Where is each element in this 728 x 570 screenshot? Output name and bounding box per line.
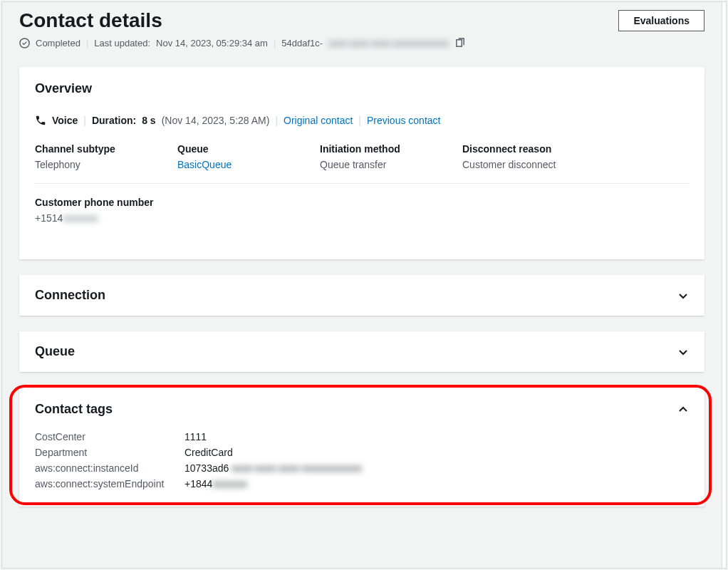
page-title: Contact details — [19, 9, 162, 32]
separator: | — [274, 38, 276, 48]
tag-key: Department — [35, 447, 184, 458]
last-updated-value: Nov 14, 2023, 05:29:34 am — [156, 38, 268, 48]
tag-value: 1111 — [184, 431, 689, 442]
customer-phone-field: Customer phone number +1514xxxxxxx — [35, 197, 689, 224]
contact-tags-title: Contact tags — [35, 402, 113, 417]
status-text: Completed — [36, 38, 80, 48]
disconnect-label: Disconnect reason — [462, 143, 689, 155]
queue-field: Queue BasicQueue — [177, 143, 320, 170]
initiation-value: Queue transfer — [320, 159, 462, 170]
contact-id-prefix: 54ddaf1c- — [281, 38, 323, 48]
tag-key: aws:connect:instanceId — [35, 462, 184, 474]
tag-key: CostCenter — [35, 431, 184, 442]
customer-phone-value: +1514xxxxxxx — [35, 212, 689, 224]
chevron-down-icon — [677, 346, 689, 358]
chevron-down-icon — [677, 290, 689, 301]
channel-subtype-value: Telephony — [35, 159, 177, 170]
separator: | — [86, 38, 88, 48]
queue-label: Queue — [177, 143, 320, 155]
channel-voice: Voice — [52, 115, 78, 126]
duration-label: Duration: — [92, 115, 136, 126]
disconnect-field: Disconnect reason Customer disconnect — [462, 143, 689, 170]
duration-value: 8 s — [142, 115, 155, 126]
queue-section[interactable]: Queue — [19, 331, 704, 372]
initiation-field: Initiation method Queue transfer — [320, 143, 462, 170]
completed-check-icon — [19, 38, 30, 48]
evaluations-button[interactable]: Evaluations — [618, 10, 704, 31]
tag-value: 10733ad6-xxxx-xxxx-xxxx-xxxxxxxxxxxx — [184, 462, 689, 474]
initiation-label: Initiation method — [320, 143, 462, 155]
separator: | — [358, 115, 361, 126]
previous-contact-link[interactable]: Previous contact — [367, 115, 441, 126]
contact-tags-panel: Contact tags CostCenter 1111 Department … — [19, 388, 704, 507]
connection-title: Connection — [35, 288, 105, 303]
duration-timestamp: (Nov 14, 2023, 5:28 AM) — [162, 115, 270, 126]
connection-section[interactable]: Connection — [19, 275, 704, 316]
svg-rect-1 — [457, 40, 462, 46]
disconnect-value: Customer disconnect — [462, 159, 689, 170]
meta-row: Completed | Last updated: Nov 14, 2023, … — [19, 38, 704, 48]
customer-phone-label: Customer phone number — [35, 197, 689, 208]
queue-value-link[interactable]: BasicQueue — [177, 159, 320, 170]
overview-panel: Overview Voice | Duration: 8 s (Nov 14, … — [19, 67, 704, 259]
tag-key: aws:connect:systemEndpoint — [35, 478, 184, 489]
customer-phone-hidden: xxxxxxx — [63, 212, 98, 224]
contact-id-hidden: xxxx-xxxx-xxxx-xxxxxxxxxxxx — [328, 38, 449, 48]
chevron-up-icon[interactable] — [677, 404, 689, 415]
channel-subtype-field: Channel subtype Telephony — [35, 143, 177, 170]
channel-subtype-label: Channel subtype — [35, 143, 177, 155]
copy-icon[interactable] — [454, 38, 465, 48]
tag-value: +1844xxxxxxx — [184, 478, 689, 489]
overview-title: Overview — [35, 81, 689, 96]
tags-grid: CostCenter 1111 Department CreditCard aw… — [35, 431, 689, 489]
last-updated-label: Last updated: — [94, 38, 150, 48]
queue-section-title: Queue — [35, 344, 75, 359]
original-contact-link[interactable]: Original contact — [284, 115, 353, 126]
separator: | — [83, 115, 86, 126]
phone-icon — [35, 115, 46, 126]
separator: | — [275, 115, 278, 126]
tag-value: CreditCard — [184, 447, 689, 458]
